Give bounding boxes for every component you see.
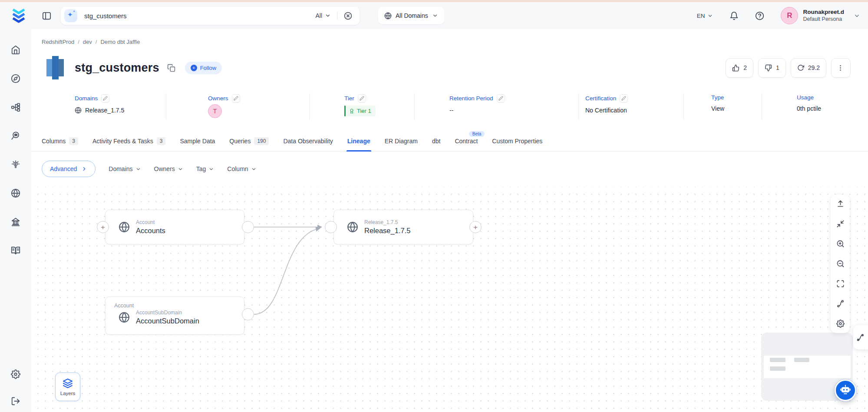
domains-field: Domains Release_1.7.5	[42, 93, 166, 120]
expand-downstream-button[interactable]: +	[469, 221, 482, 233]
chevron-down-icon	[135, 166, 141, 172]
all-domains-filter[interactable]: All Domains	[378, 7, 444, 24]
user-menu[interactable]: Rounakpreet.d Default Persona	[803, 9, 844, 23]
follow-button[interactable]: + Follow	[185, 62, 222, 74]
chevron-down-icon	[432, 13, 438, 19]
tab-activity-feeds[interactable]: Activity Feeds & Tasks3	[92, 131, 165, 151]
language-selector[interactable]: EN	[697, 13, 713, 19]
tier-field: Tier Tier 1	[309, 93, 414, 120]
breadcrumb: RedshiftProd / dev / Demo dbt Jaffle	[42, 39, 868, 46]
domains-filter-dropdown[interactable]: Domains	[109, 165, 141, 172]
chevron-down-icon[interactable]	[854, 13, 860, 19]
output-port[interactable]	[242, 308, 254, 320]
edit-tier-icon[interactable]	[358, 94, 366, 102]
export-lineage-icon[interactable]	[836, 200, 845, 208]
tab-contract[interactable]: ContractBeta	[455, 131, 478, 151]
owner-avatar[interactable]: T	[208, 104, 222, 118]
chevron-right-icon	[81, 166, 87, 172]
thumbs-up-icon	[732, 64, 739, 72]
advanced-filters-button[interactable]: Advanced	[42, 161, 96, 177]
zoom-in-icon[interactable]	[836, 240, 845, 248]
sidebar-toggle-icon[interactable]	[42, 11, 52, 21]
globe-icon	[75, 107, 82, 114]
edge-style-toggle[interactable]	[853, 325, 868, 349]
chevron-down-icon	[208, 166, 214, 172]
downvote-button[interactable]: 1	[758, 58, 786, 78]
owners-field: Owners T	[166, 93, 309, 120]
robot-icon	[839, 384, 851, 396]
search-input[interactable]: stg_customers	[84, 12, 315, 20]
minimap-viewport	[764, 356, 851, 378]
sidebar-item-profiling-icon[interactable]	[11, 131, 20, 141]
edit-certification-icon[interactable]	[620, 94, 628, 102]
output-port[interactable]	[242, 221, 254, 233]
route-icon[interactable]	[836, 300, 845, 308]
sidebar-item-lineage-icon[interactable]	[11, 102, 20, 112]
breadcrumb-schema[interactable]: dev	[83, 39, 92, 46]
chevron-down-icon	[707, 13, 713, 19]
thumbs-down-icon	[765, 64, 772, 72]
main-content: RedshiftProd / dev / Demo dbt Jaffle stg…	[31, 29, 868, 412]
layers-icon	[63, 378, 73, 389]
edit-owners-icon[interactable]	[232, 94, 240, 102]
tier-badge[interactable]: Tier 1	[344, 105, 376, 116]
ai-assistant-button[interactable]	[835, 379, 856, 401]
tag-filter-dropdown[interactable]: Tag	[196, 165, 215, 172]
expand-upstream-button[interactable]: +	[97, 221, 109, 233]
type-field: Type View	[683, 93, 762, 120]
settings-gear-icon[interactable]	[11, 369, 20, 379]
edit-retention-icon[interactable]	[497, 94, 505, 102]
chevron-down-icon	[325, 13, 331, 19]
canvas-toolbar	[831, 194, 850, 333]
sidebar-item-insights-icon[interactable]	[11, 160, 20, 169]
chevron-down-icon	[178, 166, 183, 172]
tab-dbt[interactable]: dbt	[432, 131, 440, 151]
owners-filter-dropdown[interactable]: Owners	[154, 165, 183, 172]
edit-domains-icon[interactable]	[101, 94, 109, 102]
ai-sparkle-icon[interactable]: ✦✦	[64, 9, 77, 22]
input-port[interactable]	[325, 221, 337, 233]
logout-icon[interactable]	[11, 396, 20, 406]
atlan-logo-icon[interactable]	[10, 7, 27, 24]
tab-columns[interactable]: Columns3	[42, 131, 78, 151]
collapse-view-icon[interactable]	[836, 220, 845, 228]
breadcrumb-database[interactable]: Demo dbt Jaffle	[100, 39, 140, 46]
globe-icon	[347, 221, 358, 233]
count-badge: 3	[157, 137, 166, 145]
sidebar-item-glossary-icon[interactable]	[11, 246, 20, 255]
sidebar-item-discover-icon[interactable]	[11, 74, 20, 83]
tab-lineage[interactable]: Lineage	[347, 131, 370, 151]
zoom-out-icon[interactable]	[836, 260, 845, 268]
help-icon[interactable]	[755, 11, 764, 20]
fullscreen-icon[interactable]	[836, 280, 845, 288]
popularity-score-button[interactable]: 29.2	[791, 58, 826, 78]
tab-custom-properties[interactable]: Custom Properties	[492, 131, 542, 151]
global-search-bar[interactable]: ✦✦ stg_customers All	[60, 6, 360, 25]
sidebar-item-governance-icon[interactable]	[11, 217, 20, 227]
layers-button[interactable]: Layers	[55, 372, 80, 401]
lineage-node-accounts[interactable]: Account Accounts	[105, 210, 244, 244]
notifications-bell-icon[interactable]	[729, 11, 739, 20]
tab-data-observability[interactable]: Data Observability	[283, 131, 333, 151]
divider	[337, 11, 337, 20]
globe-icon	[119, 221, 130, 233]
lineage-node-accountsubdomain[interactable]: Account AccountSubDomain AccountSubDomai…	[105, 297, 244, 335]
copy-link-icon[interactable]	[167, 64, 175, 72]
globe-icon	[384, 12, 392, 20]
sidebar-item-home-icon[interactable]	[11, 45, 20, 55]
clear-search-icon[interactable]	[343, 11, 353, 20]
tab-queries[interactable]: Queries190	[229, 131, 269, 151]
lineage-canvas[interactable]: Account Accounts + Release_1.7.5 Release…	[31, 187, 868, 412]
sidebar-item-domains-icon[interactable]	[11, 188, 20, 198]
upvote-button[interactable]: 2	[726, 58, 753, 78]
search-scope-dropdown[interactable]: All	[315, 12, 331, 19]
user-avatar[interactable]: R	[781, 7, 798, 24]
asset-header: stg_customers + Follow 2 1 29.2	[46, 53, 851, 82]
column-filter-dropdown[interactable]: Column	[227, 165, 256, 172]
canvas-settings-gear-icon[interactable]	[836, 320, 845, 328]
tab-sample-data[interactable]: Sample Data	[180, 131, 215, 151]
more-actions-button[interactable]	[831, 58, 851, 78]
lineage-node-release[interactable]: Release_1.7.5 Release_1.7.5	[333, 210, 473, 244]
tab-er-diagram[interactable]: ER Diagram	[385, 131, 418, 151]
breadcrumb-connection[interactable]: RedshiftProd	[42, 39, 74, 46]
